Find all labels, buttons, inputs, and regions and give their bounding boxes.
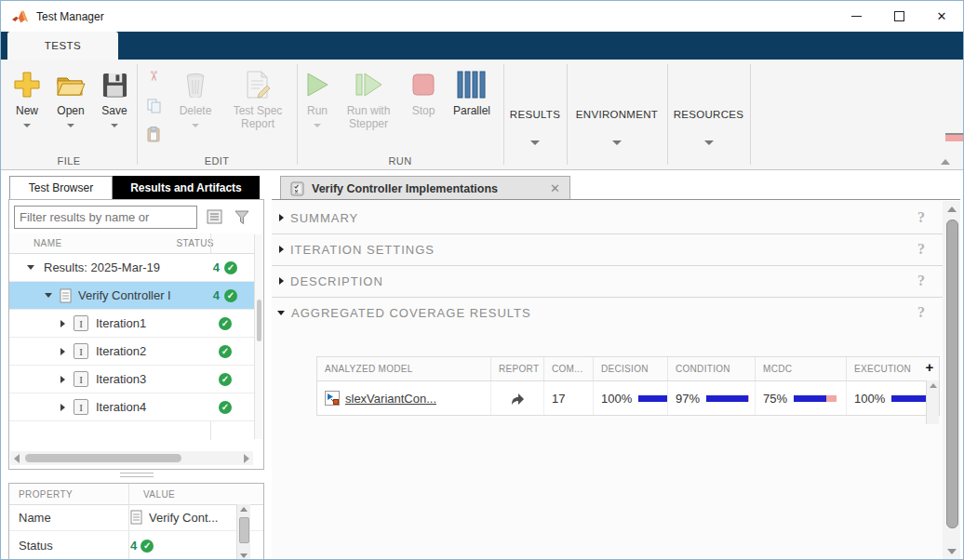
column-mcdc[interactable]: MCDC <box>756 357 847 380</box>
scrollbar-thumb[interactable] <box>25 454 181 462</box>
tree-item-label: Iteration2 <box>96 344 219 358</box>
tree-row-iteration1[interactable]: I Iteration1 ✓ <box>9 310 254 338</box>
maximize-button[interactable] <box>877 1 920 32</box>
scroll-down-icon[interactable] <box>947 549 957 554</box>
pass-icon: ✓ <box>141 540 154 553</box>
collapse-icon[interactable] <box>277 311 285 315</box>
expand-icon[interactable] <box>60 320 65 327</box>
maximize-icon <box>894 11 904 21</box>
column-analyzed-model[interactable]: ANALYZED MODEL <box>317 357 491 380</box>
help-icon[interactable]: ? <box>917 241 926 258</box>
expand-icon[interactable] <box>279 277 284 285</box>
section-aggregated-coverage-results[interactable]: AGGREGATED COVERAGE RESULTS ? <box>272 297 943 328</box>
list-view-button[interactable] <box>204 207 224 227</box>
tab-tests[interactable]: TESTS <box>7 32 118 60</box>
iteration-icon: I <box>74 399 88 415</box>
column-condition[interactable]: CONDITION <box>668 357 756 380</box>
tree-row-iteration3[interactable]: I Iteration3 ✓ <box>9 366 254 393</box>
coverage-table-row[interactable]: slexVariantCon... 17 100% 97% 75% <box>317 381 939 415</box>
ribbon-tab-strip <box>1 32 963 60</box>
collapse-ribbon-button[interactable] <box>939 133 952 160</box>
expand-icon[interactable] <box>60 376 65 383</box>
tree-row-results[interactable]: Results: 2025-Mar-19 4 ✓ <box>9 254 254 282</box>
section-label-edit: EDIT <box>137 155 297 167</box>
scrollbar-thumb[interactable] <box>946 220 958 528</box>
help-icon[interactable]: ? <box>917 304 926 321</box>
expand-icon[interactable] <box>60 404 65 411</box>
close-icon: ✕ <box>937 9 947 23</box>
section-label: DESCRIPTION <box>290 274 383 288</box>
property-label: Status <box>19 539 123 553</box>
tree-horizontal-scrollbar[interactable] <box>10 451 253 465</box>
run-button[interactable]: Run <box>301 67 334 127</box>
document-tab[interactable]: Verify Controller Implementations ✕ <box>280 176 570 200</box>
expand-collapse-icon[interactable] <box>27 265 34 270</box>
open-button[interactable]: Open <box>51 67 90 127</box>
run-with-stepper-button[interactable]: Run with Stepper <box>338 67 399 131</box>
results-gallery-button[interactable]: RESULTS <box>503 67 567 160</box>
tree-row-verify-controller[interactable]: Verify Controller I 4 ✓ <box>9 282 254 310</box>
main-vertical-scrollbar[interactable] <box>943 201 960 560</box>
test-file-icon <box>60 288 72 303</box>
section-summary[interactable]: SUMMARY ? <box>272 202 943 233</box>
property-row-name[interactable]: Name Verify Cont... <box>9 504 263 531</box>
scroll-up-icon[interactable] <box>930 383 937 388</box>
model-link[interactable]: slexVariantCon... <box>345 392 436 406</box>
stop-button[interactable]: Stop <box>405 67 442 118</box>
section-label-run: RUN <box>297 155 503 167</box>
section-iteration-settings[interactable]: ITERATION SETTINGS ? <box>272 233 943 265</box>
filter-button[interactable] <box>232 207 252 227</box>
scroll-up-icon[interactable] <box>947 207 957 212</box>
new-button[interactable]: New <box>8 67 46 127</box>
properties-scrollbar[interactable] <box>236 504 250 560</box>
tree-row-iteration4[interactable]: I Iteration4 ✓ <box>9 393 254 421</box>
scroll-down-icon[interactable] <box>240 553 248 558</box>
column-decision[interactable]: DECISION <box>594 357 668 380</box>
stop-icon <box>411 67 435 102</box>
expand-icon[interactable] <box>279 214 284 221</box>
column-report[interactable]: REPORT <box>491 357 544 380</box>
environment-gallery-button[interactable]: ENVIRONMENT <box>567 67 667 160</box>
add-column-button[interactable]: + <box>922 359 937 375</box>
panel-splitter-handle[interactable] <box>120 473 154 477</box>
expand-icon[interactable] <box>279 246 284 253</box>
delete-button[interactable]: Delete <box>174 67 217 127</box>
tree-vertical-scrollbar[interactable] <box>254 234 262 439</box>
tree-row-iteration2[interactable]: I Iteration2 ✓ <box>9 338 254 366</box>
help-icon[interactable]: ? <box>917 209 926 226</box>
tab-results-and-artifacts[interactable]: Results and Artifacts <box>113 176 260 200</box>
close-tab-icon[interactable]: ✕ <box>550 181 560 195</box>
minimize-button[interactable] <box>835 1 877 32</box>
scrollbar-thumb[interactable] <box>257 300 261 341</box>
dropdown-icon <box>192 124 199 127</box>
tab-test-browser[interactable]: Test Browser <box>9 176 113 200</box>
expand-icon[interactable] <box>60 348 65 355</box>
section-label-file: FILE <box>1 155 137 167</box>
funnel-icon <box>234 209 250 225</box>
test-spec-report-button[interactable]: Test Spec Report <box>222 67 293 131</box>
dropdown-icon <box>314 124 321 127</box>
column-complexity[interactable]: COM... <box>544 357 594 380</box>
test-file-icon <box>130 510 142 525</box>
open-report-icon[interactable] <box>510 392 525 406</box>
parallel-button[interactable]: Parallel <box>448 67 496 118</box>
scrollbar-thumb[interactable] <box>239 517 249 543</box>
tree-item-label: Iteration3 <box>96 372 219 386</box>
close-button[interactable]: ✕ <box>920 1 963 32</box>
save-button[interactable]: Save <box>96 67 133 127</box>
pass-icon: ✓ <box>224 261 237 274</box>
scroll-up-icon[interactable] <box>240 507 248 512</box>
expand-collapse-icon[interactable] <box>45 293 52 298</box>
iteration-icon: I <box>74 371 88 387</box>
dropdown-icon <box>530 140 540 145</box>
property-row-status[interactable]: Status 4 ✓ <box>9 530 263 560</box>
section-label: SUMMARY <box>290 211 358 225</box>
filter-results-input[interactable] <box>14 206 197 229</box>
section-description[interactable]: DESCRIPTION ? <box>272 265 943 297</box>
coverage-table-scrollbar[interactable] <box>926 380 939 424</box>
resources-gallery-button[interactable]: RESOURCES <box>667 67 750 160</box>
pass-icon: ✓ <box>219 373 232 386</box>
scroll-left-icon[interactable] <box>14 454 20 463</box>
help-icon[interactable]: ? <box>917 273 926 289</box>
scroll-right-icon[interactable] <box>244 454 249 463</box>
